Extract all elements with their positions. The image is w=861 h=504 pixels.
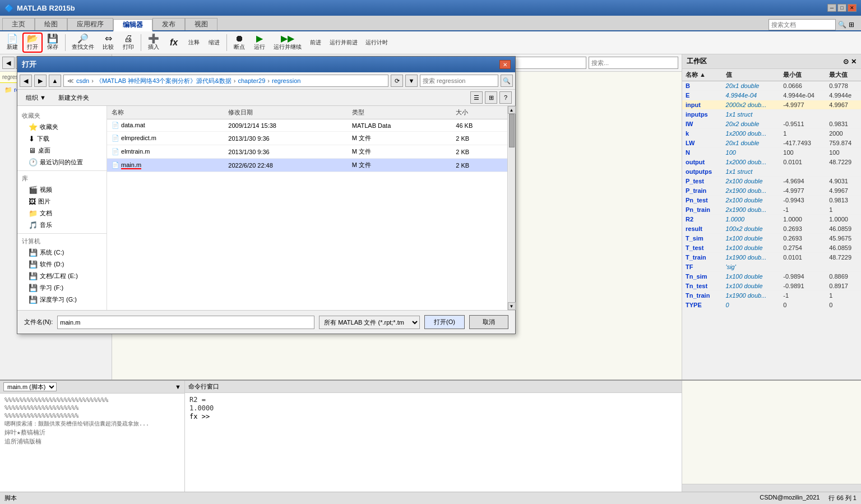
workspace-row[interactable]: Tn_train 1x1900 doub... -1 1	[682, 291, 861, 300]
scroll-down-btn[interactable]: ▼	[508, 302, 516, 310]
workspace-row[interactable]: P_test 2x100 double -4.9694 4.9031	[682, 177, 861, 186]
scroll-thumb[interactable]	[509, 114, 515, 147]
col-size-header[interactable]: 大小	[451, 106, 507, 119]
workspace-row[interactable]: Pn_train 2x1900 doub... -1 1	[682, 205, 861, 215]
print-button[interactable]: 🖨 打印	[118, 33, 138, 53]
insert-button[interactable]: ➕ 插入	[144, 33, 164, 53]
open-file-button[interactable]: 打开(O)	[424, 315, 465, 329]
dialog-scrollbar[interactable]: ▲ ▼	[507, 106, 515, 310]
dialog-search-input[interactable]	[420, 75, 498, 87]
workspace-row[interactable]: E 4.9944e-04 4.9944e-04 4.9944e	[682, 91, 861, 100]
comment-button[interactable]: 注释	[184, 33, 204, 53]
sidebar-documents[interactable]: 📁 文档	[17, 207, 107, 219]
workspace-row[interactable]: B 20x1 double 0.0666 0.9778	[682, 81, 861, 91]
workspace-close-btn[interactable]: ✕	[851, 58, 857, 66]
workspace-row[interactable]: T_test 1x100 double 0.2754 46.0859	[682, 243, 861, 253]
col-date-header[interactable]: 修改日期	[224, 106, 347, 119]
tab-editor[interactable]: 编辑器	[113, 19, 152, 31]
workspace-row[interactable]: input 2000x2 doub... -4.9977 4.9967	[682, 100, 861, 110]
workspace-row[interactable]: result 100x2 double 0.2693 46.0859	[682, 224, 861, 234]
expand-script-btn[interactable]: ▼	[175, 383, 181, 390]
file-row[interactable]: 📄 main.m 2022/6/20 22:48 M 文件 2 KB	[107, 159, 507, 172]
dialog-dropdown-btn[interactable]: ▼	[405, 75, 418, 87]
tab-view[interactable]: 视图	[185, 18, 217, 30]
file-row[interactable]: 📄 data.mat 2009/12/14 15:38 MATLAB Data …	[107, 119, 507, 132]
dialog-search-btn[interactable]: 🔍	[501, 75, 513, 87]
workspace-row[interactable]: Pn_test 2x100 double -0.9943 0.9813	[682, 196, 861, 205]
dialog-forward-btn[interactable]: ▶	[34, 75, 47, 87]
sidebar-recent[interactable]: 🕐 最近访问的位置	[17, 156, 107, 168]
run-continue-button[interactable]: ▶▶ 运行并继续	[270, 33, 305, 53]
sidebar-desktop[interactable]: 🖥 桌面	[17, 145, 107, 156]
indent-button[interactable]: 缩进	[204, 33, 224, 53]
view-details-btn[interactable]: ⊞	[485, 91, 497, 104]
fx-button[interactable]: fx	[164, 33, 184, 53]
workspace-collapse-btn[interactable]: ⊙	[843, 58, 849, 66]
col-value[interactable]: 值	[723, 69, 780, 81]
workspace-row[interactable]: outputps 1x1 struct	[682, 167, 861, 177]
dialog-back-btn[interactable]: ◀	[20, 75, 32, 87]
back-button[interactable]: ◀	[2, 57, 15, 69]
sidebar-music[interactable]: 🎵 音乐	[17, 219, 107, 231]
find-file-button[interactable]: 🔎 查找文件	[68, 33, 98, 53]
doc-search-input[interactable]	[769, 19, 836, 30]
workspace-row[interactable]: T_train 1x1900 doub... 0.0101 48.7229	[682, 253, 861, 262]
file-row[interactable]: 📄 elmpredict.m 2013/1/30 9:36 M 文件 2 KB	[107, 132, 507, 145]
col-name[interactable]: 名称 ▲	[682, 69, 723, 81]
tab-plot[interactable]: 绘图	[35, 18, 67, 30]
workspace-row[interactable]: output 1x2000 doub... 0.0101 48.7229	[682, 158, 861, 167]
file-row[interactable]: 📄 elmtrain.m 2013/1/30 9:36 M 文件 2 KB	[107, 145, 507, 159]
step-button[interactable]: 前进	[305, 33, 326, 53]
sidebar-videos[interactable]: 🎬 视频	[17, 184, 107, 196]
file-search-input[interactable]	[589, 57, 678, 69]
scroll-track[interactable]	[508, 114, 515, 302]
path-part-regression[interactable]: regression	[271, 77, 302, 84]
sidebar-drive-f[interactable]: 💾 学习 (F:)	[17, 282, 107, 294]
close-button[interactable]: ✕	[848, 4, 857, 12]
path-part-chapter[interactable]: chapter29	[237, 77, 266, 84]
sidebar-pictures[interactable]: 🖼 图片	[17, 196, 107, 207]
minimize-button[interactable]: ─	[827, 4, 836, 12]
filename-input[interactable]	[57, 316, 314, 329]
col-name-header[interactable]: 名称	[107, 106, 224, 119]
workspace-scroll[interactable]: 名称 ▲ 值 最小值 最大值 B 20x1 double 0.0666 0.97…	[682, 69, 861, 380]
col-max[interactable]: 最大值	[826, 69, 861, 81]
sidebar-drive-c[interactable]: 💾 系统 (C:)	[17, 247, 107, 258]
path-part-csdn[interactable]: csdn	[75, 77, 90, 84]
path-part-book[interactable]: 《MATLAB 神经网络43个案例分析》源代码&数据	[95, 77, 233, 85]
dialog-up-btn[interactable]: ▲	[49, 75, 61, 87]
script-selector[interactable]: main.m (脚本)	[3, 382, 57, 391]
workspace-row[interactable]: N 100 100 100	[682, 148, 861, 158]
search-icon[interactable]: 🔍	[838, 21, 846, 29]
tab-publish[interactable]: 发布	[152, 18, 185, 30]
open-button[interactable]: 📂 打开	[22, 33, 43, 53]
col-type-header[interactable]: 类型	[348, 106, 451, 119]
cmd-prompt[interactable]: fx >>	[189, 413, 677, 420]
view-list-btn[interactable]: ☰	[470, 91, 483, 104]
run-button[interactable]: ▶ 运行	[249, 33, 270, 53]
sidebar-downloads[interactable]: ⬇ 下载	[17, 133, 107, 145]
tab-home[interactable]: 主页	[2, 18, 35, 30]
run-step-button[interactable]: 运行并前进	[326, 33, 362, 53]
col-min[interactable]: 最小值	[780, 69, 826, 81]
new-button[interactable]: 📄 新建	[2, 33, 22, 53]
dialog-close-button[interactable]: ✕	[499, 60, 511, 69]
organize-button[interactable]: 组织 ▼	[21, 92, 51, 104]
workspace-row[interactable]: inputps 1x1 struct	[682, 110, 861, 119]
workspace-row[interactable]: Tn_sim 1x100 double -0.9894 0.8869	[682, 272, 861, 281]
workspace-row[interactable]: P_train 2x1900 doub... -4.9977 4.9967	[682, 186, 861, 196]
filetype-select[interactable]: 所有 MATLAB 文件 (*.rpt;*.tm	[319, 316, 420, 329]
run-timer-button[interactable]: 运行计时	[362, 33, 392, 53]
sidebar-drive-d[interactable]: 💾 软件 (D:)	[17, 258, 107, 270]
dialog-refresh-btn[interactable]: ⟳	[391, 75, 403, 87]
compare-button[interactable]: ⇔ 比较	[98, 33, 118, 53]
workspace-row[interactable]: IW 20x2 double -0.9511 0.9831	[682, 119, 861, 129]
workspace-row[interactable]: k 1x2000 doub... 1 2000	[682, 129, 861, 138]
workspace-row[interactable]: TYPE 0 0 0	[682, 300, 861, 310]
expand-icon[interactable]: ⊞	[849, 21, 854, 29]
tab-apps[interactable]: 应用程序	[67, 18, 113, 30]
save-button[interactable]: 💾 保存	[43, 33, 63, 53]
workspace-row[interactable]: T_sim 1x100 double 0.2693 45.9675	[682, 234, 861, 243]
scroll-up-btn[interactable]: ▲	[508, 106, 516, 114]
workspace-row[interactable]: LW 20x1 double -417.7493 759.874	[682, 138, 861, 148]
